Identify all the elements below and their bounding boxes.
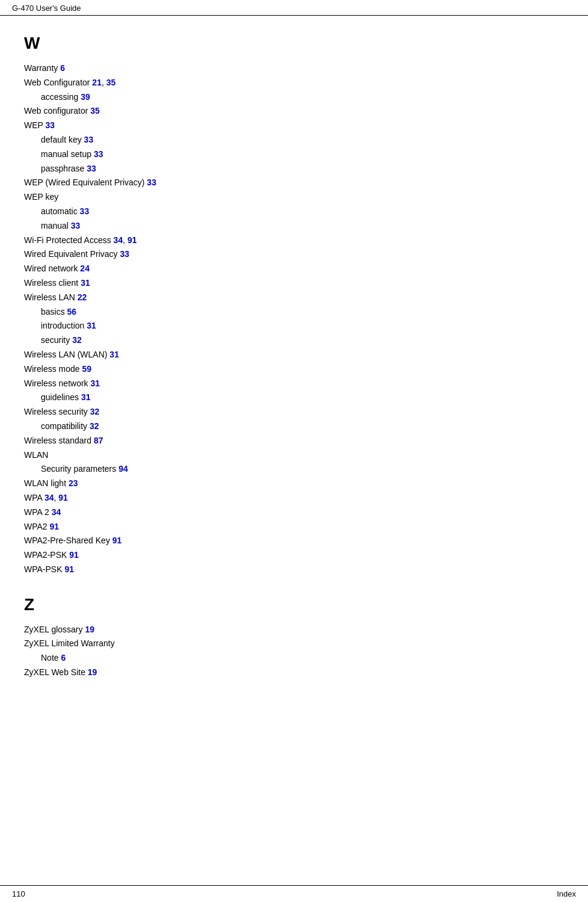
index-entry: Web Configurator 21, 35 [24,76,564,90]
section-letter-w: W [24,34,564,53]
index-page-number[interactable]: 33 [80,206,90,216]
index-page-number[interactable]: 59 [82,364,91,374]
index-page-number[interactable]: 91 [64,564,74,574]
index-entry: compatibility 32 [24,419,564,434]
index-page-number[interactable]: 87 [94,436,103,445]
page-content: WWarranty 6Web Configurator 21, 35access… [0,16,588,704]
index-entry: Wired Equivalent Privacy 33 [24,247,564,262]
index-entry: Wireless client 31 [24,276,564,291]
index-entry: manual 33 [24,219,564,233]
index-page-number[interactable]: 19 [88,667,97,677]
index-entry: WPA 2 34 [24,505,564,520]
index-page-number[interactable]: 91 [50,522,60,531]
index-entry: manual setup 33 [24,147,564,162]
footer-section: Index [557,889,576,898]
index-entry: Wireless network 31 [24,377,564,391]
index-page-number[interactable]: 32 [90,421,99,431]
index-entry: default key 33 [24,133,564,147]
index-entry: Wi-Fi Protected Access 34, 91 [24,233,564,248]
index-entry: Wireless standard 87 [24,434,564,448]
index-page-number[interactable]: 33 [46,120,55,130]
index-entry: ZyXEL Web Site 19 [24,666,564,680]
index-page-number[interactable]: 31 [81,392,91,402]
index-page-number[interactable]: 34 [114,235,123,245]
index-entry: WEP (Wired Equivalent Privacy) 33 [24,176,564,190]
index-entry: passphrase 33 [24,162,564,176]
index-entry: WEP key [24,190,564,205]
index-entry: WPA2-PSK 91 [24,548,564,563]
index-page-number[interactable]: 19 [85,625,94,634]
index-page-number[interactable]: 34 [52,507,61,517]
index-page-number[interactable]: 31 [109,350,119,359]
index-entry: WLAN light 23 [24,477,564,491]
index-page-number[interactable]: 6 [61,653,66,663]
index-page-number[interactable]: 22 [78,292,87,302]
index-entry: introduction 31 [24,319,564,333]
index-entry: accessing 39 [24,90,564,105]
section-letter-z: Z [24,595,564,614]
index-entry: WLAN [24,448,564,463]
index-entry: ZyXEL Limited Warranty [24,637,564,651]
index-page-number[interactable]: 34 [44,493,54,502]
index-entry: Warranty 6 [24,61,564,76]
index-entry: Note 6 [24,651,564,666]
index-entry: Wireless mode 59 [24,362,564,377]
index-page-number[interactable]: 31 [90,378,100,388]
index-page-number[interactable]: 33 [147,178,156,187]
index-entry: automatic 33 [24,205,564,219]
index-entry: WPA2 91 [24,520,564,534]
index-page-number[interactable]: 35 [106,78,116,87]
index-page-number[interactable]: 33 [84,135,94,144]
index-entry: Web configurator 35 [24,104,564,119]
index-entry: WPA-PSK 91 [24,563,564,577]
index-entry: WPA 34, 91 [24,491,564,505]
footer-page-number: 110 [12,889,25,898]
index-page-number[interactable]: 33 [87,164,96,173]
index-page-number[interactable]: 33 [94,149,103,159]
index-entry: security 32 [24,333,564,348]
index-page-number[interactable]: 31 [87,321,96,330]
index-page-number[interactable]: 91 [112,536,122,545]
index-entry: Wireless LAN 22 [24,291,564,305]
index-page-number[interactable]: 39 [81,92,90,102]
index-entry: guidelines 31 [24,391,564,405]
index-page-number[interactable]: 33 [120,249,130,259]
index-page-number[interactable]: 91 [58,493,68,502]
index-page-number[interactable]: 35 [90,106,100,116]
index-entry: WPA2-Pre-Shared Key 91 [24,534,564,548]
index-page-number[interactable]: 6 [60,63,65,73]
page-header: G-470 User's Guide [0,0,588,16]
index-page-number[interactable]: 56 [67,307,77,317]
index-page-number[interactable]: 31 [81,278,90,288]
index-page-number[interactable]: 91 [69,550,79,560]
index-page-number[interactable]: 21 [92,78,102,87]
page-footer: 110 Index [0,885,588,902]
index-entry: ZyXEL glossary 19 [24,623,564,637]
index-entry: basics 56 [24,305,564,320]
index-page-number[interactable]: 23 [69,478,78,488]
index-page-number[interactable]: 33 [71,221,81,230]
header-title: G-470 User's Guide [12,4,81,13]
index-page-number[interactable]: 91 [127,235,137,245]
index-entry: WEP 33 [24,119,564,133]
index-entry: Wired network 24 [24,262,564,276]
index-entry: Wireless LAN (WLAN) 31 [24,348,564,362]
index-entry: Wireless security 32 [24,405,564,419]
index-page-number[interactable]: 24 [80,264,90,273]
index-entry: Security parameters 94 [24,462,564,477]
index-page-number[interactable]: 94 [118,464,128,474]
index-page-number[interactable]: 32 [72,335,82,345]
index-page-number[interactable]: 32 [90,407,100,416]
